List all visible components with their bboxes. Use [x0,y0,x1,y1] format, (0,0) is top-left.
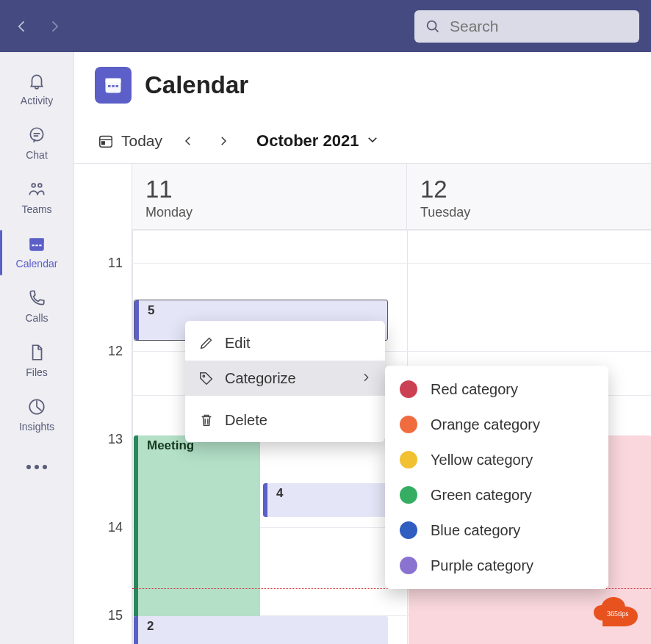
ctx-label: Edit [225,335,372,352]
svg-line-1 [435,28,438,31]
svg-rect-16 [112,85,115,87]
color-swatch [400,416,417,433]
rail-label: Files [26,366,48,378]
calendar-toolbar: Today October 2021 [74,118,651,164]
watermark-badge: 365tips [592,596,639,628]
file-icon [26,341,48,363]
hour-label: 14 [108,520,123,535]
time-column: 11 12 13 14 15 [74,164,132,644]
app-rail: Activity Chat Teams Calendar Calls Files [0,52,74,644]
calendar-icon [26,233,48,255]
svg-rect-20 [102,141,105,144]
svg-rect-17 [116,85,119,87]
rail-label: Chat [26,149,48,161]
context-menu: Edit Categorize Delete [185,321,385,442]
prev-button[interactable] [179,131,198,151]
color-swatch [400,521,417,539]
rail-more[interactable] [26,465,47,469]
rail-chat[interactable]: Chat [0,117,74,171]
hour-label: 15 [108,608,123,623]
tag-icon [198,370,215,386]
next-button[interactable] [214,131,233,151]
search-input[interactable] [448,17,629,36]
color-swatch [400,380,417,398]
category-option[interactable]: Purple category [385,548,608,583]
day-headers: 11 Monday 12 Tuesday [132,164,651,230]
color-swatch [400,486,417,504]
day-header-monday[interactable]: 11 Monday [132,164,407,229]
forward-button[interactable] [47,19,62,34]
rail-label: Calls [25,312,48,324]
today-icon [98,133,114,149]
svg-point-21 [203,375,204,377]
teams-icon [26,178,48,200]
category-option[interactable]: Blue category [385,513,608,548]
category-label: Purple category [431,557,533,574]
rail-calls[interactable]: Calls [0,280,74,334]
event-meeting[interactable]: Meeting [134,435,260,644]
rail-label: Insights [19,421,54,433]
rail-label: Calendar [16,258,58,269]
day-name: Tuesday [420,205,651,220]
category-option[interactable]: Orange category [385,407,608,442]
color-swatch [400,557,417,574]
today-label: Today [121,132,162,150]
ctx-delete[interactable]: Delete [185,402,385,438]
ctx-categorize[interactable]: Categorize [185,361,385,396]
svg-point-2 [30,128,43,140]
category-label: Orange category [431,416,540,433]
trash-icon [198,412,215,428]
calendar-app-icon [95,67,132,104]
svg-point-5 [32,184,35,187]
category-label: Yellow category [431,452,533,468]
phone-icon [26,287,48,309]
month-picker[interactable]: October 2021 [256,131,379,151]
today-button[interactable]: Today [98,132,162,150]
rail-files[interactable]: Files [0,334,74,388]
search-icon [425,18,441,35]
search-box[interactable] [414,10,639,43]
rail-teams[interactable]: Teams [0,171,74,225]
event-title: 2 [147,619,154,633]
svg-point-6 [38,184,42,187]
category-option[interactable]: Yellow category [385,442,608,477]
pencil-icon [198,335,215,351]
rail-label: Activity [21,95,53,106]
chat-icon [26,124,48,146]
category-label: Blue category [431,522,520,539]
svg-rect-15 [108,85,111,87]
svg-rect-8 [29,238,44,242]
ctx-edit[interactable]: Edit [185,325,385,361]
title-bar [0,0,651,52]
ctx-label: Delete [225,412,372,429]
event-title: 5 [148,303,154,317]
svg-text:365tips: 365tips [607,609,629,618]
day-number: 11 [145,176,393,203]
categorize-submenu: Red categoryOrange categoryYellow catego… [385,366,608,589]
hour-label: 12 [108,344,123,359]
category-option[interactable]: Red category [385,372,608,407]
hour-label: 11 [108,256,123,271]
month-label: October 2021 [256,131,359,151]
category-option[interactable]: Green category [385,477,608,513]
day-number: 12 [420,176,651,203]
rail-insights[interactable]: Insights [0,388,74,443]
day-header-tuesday[interactable]: 12 Tuesday [407,164,651,229]
page-header: Calendar [74,52,651,118]
chevron-right-icon [360,370,372,387]
rail-label: Teams [21,203,51,215]
insights-icon [26,396,48,418]
hour-label: 13 [108,432,123,447]
rail-activity[interactable]: Activity [0,62,74,117]
category-label: Red category [431,381,518,398]
svg-rect-10 [35,245,37,246]
back-button[interactable] [15,19,29,34]
page-title: Calendar [145,71,248,99]
svg-rect-9 [32,245,35,246]
svg-point-0 [428,21,436,29]
chevron-down-icon [366,131,379,151]
event-2[interactable]: 2 [134,616,388,644]
day-name: Monday [145,205,393,220]
svg-rect-11 [39,245,41,246]
rail-calendar[interactable]: Calendar [0,225,74,280]
